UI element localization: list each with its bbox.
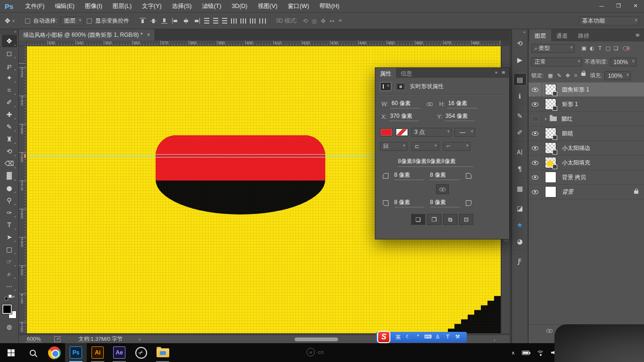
lock-image-pixels-icon[interactable]: ✎ bbox=[557, 73, 561, 79]
minimize-button[interactable]: — bbox=[593, 0, 610, 12]
patterns-panel-icon[interactable]: ▦ bbox=[513, 182, 527, 195]
menu-item-9[interactable]: 窗口(W) bbox=[282, 0, 314, 12]
layer-row-4[interactable]: 小太阳描边 bbox=[528, 141, 644, 156]
layer-row-7[interactable]: 背景 bbox=[528, 185, 644, 199]
taskbar-search-button[interactable] bbox=[22, 343, 43, 362]
tab-info[interactable]: 信息 bbox=[396, 68, 417, 78]
opacity-select[interactable]: 100% bbox=[610, 58, 636, 66]
layer-thumbnail[interactable] bbox=[542, 186, 559, 197]
sogou-toolbox-icon[interactable]: ⚒ bbox=[453, 334, 462, 341]
rounded-rectangle-shape[interactable] bbox=[156, 135, 325, 181]
quick-selection-tool[interactable]: ✦ bbox=[2, 72, 17, 84]
tool-preset-caret-icon[interactable]: ∨ bbox=[12, 19, 15, 23]
layer-thumbnail[interactable] bbox=[548, 116, 559, 121]
link-corner-radii-button[interactable] bbox=[436, 184, 449, 194]
align-horizontal-centers-icon[interactable] bbox=[182, 17, 190, 24]
taskbar-illustrator[interactable]: Ai bbox=[87, 343, 108, 362]
actions-panel-icon[interactable]: ▶ bbox=[513, 53, 527, 66]
distribute-vertical-centers-icon[interactable] bbox=[213, 18, 218, 24]
subtract-front-shape-button[interactable]: ❐ bbox=[427, 214, 441, 225]
menu-item-5[interactable]: 选择(S) bbox=[167, 0, 197, 12]
top-left-radius-field[interactable]: 8 像素 bbox=[394, 171, 424, 180]
align-right-edges-icon[interactable] bbox=[193, 17, 200, 24]
rectangular-marquee-tool[interactable]: ◻ bbox=[2, 47, 17, 59]
taskbar-game-folder[interactable] bbox=[152, 343, 173, 362]
stroke-caps-select[interactable]: ⊏ bbox=[412, 142, 439, 151]
link-layers-icon[interactable] bbox=[546, 329, 553, 333]
menu-item-6[interactable]: 滤镜(T) bbox=[197, 0, 226, 12]
distribute-horizontal-centers-icon[interactable] bbox=[240, 18, 246, 24]
clone-stamp-tool[interactable]: ♜ bbox=[2, 133, 17, 145]
glyphs-panel-icon[interactable]: Ƒ bbox=[513, 255, 527, 267]
auto-select-target-select[interactable]: 图层 bbox=[61, 16, 83, 25]
intersect-shapes-button[interactable]: ⧉ bbox=[443, 214, 457, 225]
live-shape-mode-button[interactable] bbox=[380, 82, 391, 91]
visibility-toggle[interactable] bbox=[528, 82, 542, 97]
brush-presets-panel-icon[interactable]: ✐ bbox=[513, 126, 527, 139]
layer-row-5[interactable]: 小太阳填充 bbox=[528, 156, 644, 170]
layer-thumbnail[interactable] bbox=[542, 157, 559, 168]
lock-position-icon[interactable]: ✥ bbox=[566, 73, 570, 79]
distribute-top-edges-icon[interactable] bbox=[204, 18, 209, 24]
zoom-tool[interactable]: ⌕ bbox=[2, 268, 17, 280]
filter-pixel-layers-icon[interactable]: ▣ bbox=[580, 45, 588, 51]
path-selection-tool[interactable]: ➤ bbox=[2, 231, 17, 243]
stroke-align-select[interactable]: 回 bbox=[380, 142, 407, 151]
history-panel-icon[interactable]: ⟲ bbox=[513, 37, 527, 49]
filter-adjustment-layers-icon[interactable]: ◐ bbox=[588, 45, 596, 51]
document-tab[interactable]: 描边风格小图标 @ 600% (圆角矩形 1, RGB/8) * × bbox=[19, 29, 155, 41]
corner-radius-summary-field[interactable]: 8像素8像素8像素8像素 bbox=[398, 157, 473, 167]
menu-item-10[interactable]: 帮助(H) bbox=[314, 0, 345, 12]
x-field[interactable]: 370 像素 bbox=[389, 112, 419, 121]
link-wh-icon[interactable] bbox=[427, 102, 433, 106]
menu-item-3[interactable]: 图层(L) bbox=[107, 0, 137, 12]
3d-slide-icon[interactable]: ↔ bbox=[328, 17, 337, 25]
layer-thumbnail[interactable] bbox=[542, 142, 559, 154]
show-transform-checkbox[interactable] bbox=[87, 18, 92, 24]
sogou-english-mode-icon[interactable]: 英 bbox=[393, 334, 403, 341]
visibility-toggle[interactable] bbox=[528, 156, 542, 170]
align-left-edges-icon[interactable] bbox=[172, 17, 179, 24]
filter-type-layers-icon[interactable]: T bbox=[596, 45, 604, 51]
stroke-style-select[interactable]: — bbox=[454, 128, 475, 137]
auto-select-checkbox[interactable] bbox=[25, 18, 30, 24]
visibility-toggle[interactable] bbox=[528, 112, 542, 126]
fill-select[interactable]: 100% bbox=[604, 71, 631, 80]
pen-tool[interactable]: ✑ bbox=[2, 206, 17, 219]
visibility-toggle[interactable] bbox=[528, 97, 542, 111]
character-panel-icon[interactable]: A| bbox=[513, 146, 527, 158]
merge-shapes-button[interactable]: ❏ bbox=[411, 214, 425, 225]
menu-item-2[interactable]: 图像(I) bbox=[80, 0, 107, 12]
layers-tab-2[interactable]: 路径 bbox=[573, 29, 594, 41]
brush-tool[interactable]: ✎ bbox=[2, 121, 17, 133]
menu-item-7[interactable]: 3D(D) bbox=[226, 0, 252, 12]
menu-item-8[interactable]: 视图(V) bbox=[253, 0, 283, 12]
layer-row-3[interactable]: 眼睛 bbox=[528, 126, 644, 141]
exclude-shapes-button[interactable]: ⊡ bbox=[459, 214, 473, 225]
mask-mode-button[interactable] bbox=[395, 82, 406, 91]
dodge-tool[interactable]: ⚲ bbox=[2, 194, 17, 206]
distribute-left-edges-icon[interactable] bbox=[231, 18, 237, 24]
lock-artboard-icon[interactable]: ⌗ bbox=[574, 73, 577, 79]
rounded-rectangle-tool[interactable]: ▢ bbox=[2, 243, 17, 255]
fill-color-swatch[interactable] bbox=[380, 128, 393, 136]
horizontal-ruler[interactable]: 3303403503603703803904004104204304404504… bbox=[27, 41, 501, 46]
crop-tool[interactable]: ⌗ bbox=[2, 84, 17, 96]
taskbar-photoshop[interactable]: Ps bbox=[65, 343, 87, 362]
layer-row-1[interactable]: 矩形 1 bbox=[528, 97, 644, 112]
visibility-toggle[interactable] bbox=[528, 126, 542, 140]
visibility-toggle[interactable] bbox=[528, 185, 542, 199]
layers-tab-0[interactable]: 图层 bbox=[529, 29, 551, 41]
properties-panel-icon[interactable]: ▤ bbox=[513, 73, 527, 86]
lock-all-icon[interactable] bbox=[581, 73, 586, 76]
default-swap-colors-icon[interactable]: ⇄ bbox=[4, 295, 15, 302]
sogou-skin-icon[interactable]: T bbox=[443, 334, 453, 341]
tray-chevron-icon[interactable]: ∧ bbox=[512, 350, 515, 355]
clone-source-panel-icon[interactable]: ◕ bbox=[513, 235, 527, 247]
distribute-right-edges-icon[interactable] bbox=[250, 18, 256, 24]
close-button[interactable]: ✕ bbox=[627, 0, 644, 12]
distribute-bottom-edges-icon[interactable] bbox=[222, 18, 227, 24]
info-panel-icon[interactable]: ℹ bbox=[513, 90, 527, 102]
toolbar-expand-icon[interactable]: » bbox=[0, 29, 18, 35]
align-top-edges-icon[interactable] bbox=[139, 17, 146, 24]
